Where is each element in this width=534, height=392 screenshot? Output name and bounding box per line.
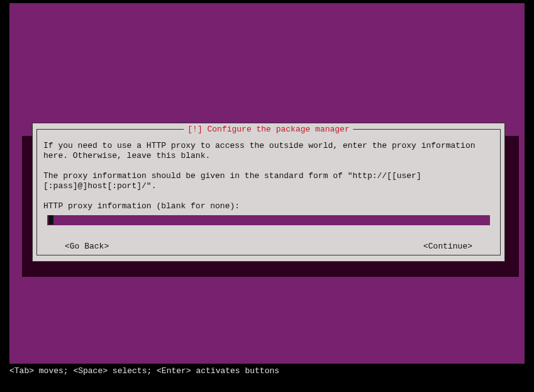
dialog-border: [!] Configure the package manager If you… [36, 129, 501, 255]
button-row: <Go Back> <Continue> [43, 242, 494, 252]
proxy-input-label: HTTP proxy information (blank for none): [43, 201, 494, 211]
text-cursor [48, 215, 53, 225]
dialog-title: [!] Configure the package manager [184, 125, 353, 134]
dialog-paragraph-1: If you need to use a HTTP proxy to acces… [43, 141, 494, 161]
proxy-input[interactable] [47, 215, 490, 225]
dialog-paragraph-2: The proxy information should be given in… [43, 171, 494, 191]
dialog-box: [!] Configure the package manager If you… [32, 123, 505, 262]
key-hint-bar: <Tab> moves; <Space> selects; <Enter> ac… [9, 366, 279, 376]
continue-button[interactable]: <Continue> [423, 242, 472, 252]
proxy-input-wrap[interactable] [47, 215, 490, 225]
go-back-button[interactable]: <Go Back> [65, 242, 109, 252]
dialog-content: If you need to use a HTTP proxy to acces… [37, 130, 500, 258]
